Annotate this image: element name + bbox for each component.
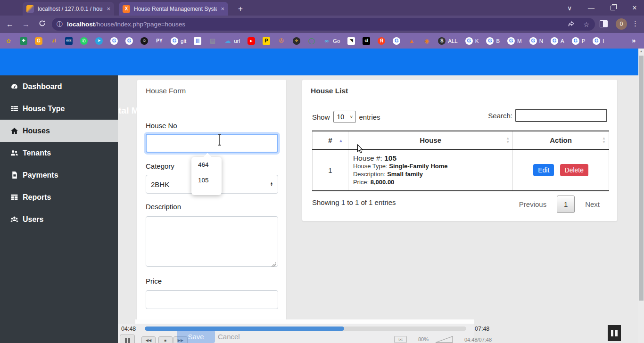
sidebar-item-payments[interactable]: Payments xyxy=(0,164,118,186)
bookmark-item[interactable]: ◯ xyxy=(308,37,315,45)
tab-phpmyadmin[interactable]: localhost / 127.0.0.1 / house | php × xyxy=(23,2,114,16)
side-panel-icon[interactable] xyxy=(600,20,608,27)
pause-button[interactable] xyxy=(120,335,135,343)
bookmark-item[interactable]: ✿ xyxy=(5,37,12,45)
bookmark-item[interactable]: G A xyxy=(551,37,564,45)
bookmark-item[interactable]: G I xyxy=(593,37,604,45)
column-header-num[interactable]: #▲ xyxy=(313,131,348,149)
bookmark-item[interactable]: Я xyxy=(378,37,385,45)
back-button[interactable]: ← xyxy=(4,20,16,29)
bookmark-item[interactable]: G K xyxy=(465,37,479,45)
bookmarks-bar: ✿ ✚ G .ıl IEEE ✆ xyxy=(0,33,644,49)
bookmark-item[interactable]: ▲ xyxy=(408,37,415,45)
bookmark-item[interactable]: .ıl xyxy=(50,37,58,45)
tab-house-rental[interactable]: X House Rental Management Syste × xyxy=(119,2,228,16)
description-textarea[interactable] xyxy=(146,216,278,267)
sidebar-item-house-type[interactable]: House Type xyxy=(0,98,118,120)
scrollbar-thumb[interactable] xyxy=(639,56,644,301)
previous-page-button[interactable]: Previous xyxy=(519,200,546,208)
stop-button[interactable]: ■ xyxy=(158,336,173,343)
new-tab-button[interactable]: + xyxy=(235,3,246,15)
page-length-select[interactable]: 10 ∨ xyxy=(333,111,356,123)
edit-button[interactable]: Edit xyxy=(533,164,554,176)
next-page-button[interactable]: Next xyxy=(585,200,600,208)
floating-pause-button[interactable] xyxy=(608,325,621,341)
tab-close-icon[interactable]: × xyxy=(107,5,110,12)
page-scrollbar[interactable]: ▲ xyxy=(638,49,644,343)
bookmark-item[interactable]: ✆ xyxy=(80,37,88,45)
bookmark-favicon: ✿ xyxy=(5,37,12,45)
sidebar-item-dashboard[interactable]: Dashboard xyxy=(0,75,118,98)
profile-avatar[interactable]: 0 xyxy=(616,18,627,30)
window-close-button[interactable]: × xyxy=(625,0,644,16)
bookmark-item[interactable]: ✇ xyxy=(278,37,285,45)
window-restore-button[interactable] xyxy=(603,0,622,16)
bookmark-item[interactable]: S ALL xyxy=(438,37,457,45)
house-form-title: House Form xyxy=(137,80,286,102)
bookmark-item[interactable]: ❖ xyxy=(293,37,300,45)
price-input[interactable] xyxy=(146,290,278,309)
bookmark-item[interactable]: G P xyxy=(572,37,586,45)
bookmark-item[interactable]: PY xyxy=(156,37,163,45)
bookmark-favicon: ☺ xyxy=(140,37,148,45)
site-info-icon[interactable]: ⓘ xyxy=(57,20,63,29)
bookmark-item[interactable]: ◉ xyxy=(423,37,430,45)
browser-menu-icon[interactable]: ⋮ xyxy=(632,19,639,28)
tab-title: localhost / 127.0.0.1 / house | php xyxy=(38,6,103,12)
total-time: 07:48 xyxy=(475,326,489,332)
delete-button[interactable]: Delete xyxy=(560,164,588,176)
reload-button[interactable] xyxy=(36,20,48,29)
bookmark-item[interactable]: G xyxy=(35,37,42,45)
bookmark-item[interactable]: ∞ Go xyxy=(323,37,340,45)
cancel-button[interactable]: Cancel xyxy=(218,333,240,341)
column-header-action[interactable]: Action▲▼ xyxy=(513,131,609,149)
search-input[interactable] xyxy=(515,109,607,122)
bookmark-item[interactable]: G N xyxy=(529,37,543,45)
bookmark-item[interactable]: ☁ url xyxy=(224,37,240,45)
resize-grip-icon[interactable] xyxy=(272,262,276,267)
txt-toggle[interactable]: txt xyxy=(394,336,407,343)
bookmark-item[interactable]: ▤ xyxy=(209,37,216,45)
sidebar-item-users[interactable]: Users xyxy=(0,208,118,230)
column-header-house[interactable]: House▲▼ xyxy=(348,131,512,149)
bookmark-item[interactable]: ◥ xyxy=(347,37,355,45)
bookmark-item[interactable]: G B xyxy=(486,37,500,45)
sidebar-item-reports[interactable]: Reports xyxy=(0,186,118,208)
house-no-input[interactable] xyxy=(146,134,278,153)
bookmark-item[interactable]: cl xyxy=(363,37,370,45)
address-bar[interactable]: ⓘ localhost/house/index.php?page=houses … xyxy=(52,18,595,31)
bookmark-star-icon[interactable]: ☆ xyxy=(583,21,589,28)
bookmarks-overflow-chevron[interactable]: » xyxy=(632,36,636,44)
sidebar-item-tenants[interactable]: Tenants xyxy=(0,142,118,164)
tab-close-icon[interactable]: × xyxy=(221,5,224,12)
bookmark-item[interactable]: ▶ xyxy=(248,37,255,45)
bookmark-favicon: ◯ xyxy=(308,37,315,45)
bookmark-item[interactable]: ||| xyxy=(194,37,201,45)
window-minimize-button[interactable]: — xyxy=(582,0,601,16)
bookmark-item[interactable]: P xyxy=(263,37,270,45)
bookmark-item[interactable]: G xyxy=(110,37,118,45)
current-page-button[interactable]: 1 xyxy=(557,196,575,213)
app-header: House Rental Management System Administr… xyxy=(0,49,638,75)
bookmark-item[interactable]: ✚ xyxy=(20,37,27,45)
forward-button[interactable]: → xyxy=(20,20,32,29)
tab-search-chevron-icon[interactable]: ∨ xyxy=(560,0,579,16)
autocomplete-option[interactable]: 105 xyxy=(191,172,222,188)
scroll-up-arrow[interactable]: ▲ xyxy=(638,49,644,53)
bookmark-item[interactable]: G xyxy=(125,37,133,45)
rewind-button[interactable]: ◀◀ xyxy=(141,336,156,343)
volume-wedge-icon[interactable] xyxy=(435,336,453,343)
bookmark-item[interactable]: G xyxy=(393,37,400,45)
category-value: 2BHK xyxy=(151,180,169,188)
bookmark-item[interactable]: ➤ xyxy=(95,37,103,45)
autocomplete-option[interactable]: 464 xyxy=(191,157,222,172)
share-icon[interactable] xyxy=(568,20,575,28)
sidebar-item-houses[interactable]: Houses xyxy=(0,120,118,142)
save-button[interactable]: Save xyxy=(177,330,215,343)
chevron-down-icon: ∨ xyxy=(350,114,353,119)
bookmark-item[interactable]: G git xyxy=(171,37,186,45)
bookmark-item[interactable]: G M xyxy=(507,37,522,45)
price-label: Price xyxy=(146,277,162,285)
bookmark-item[interactable]: ☺ xyxy=(140,37,148,45)
bookmark-item[interactable]: IEEE xyxy=(65,37,73,45)
